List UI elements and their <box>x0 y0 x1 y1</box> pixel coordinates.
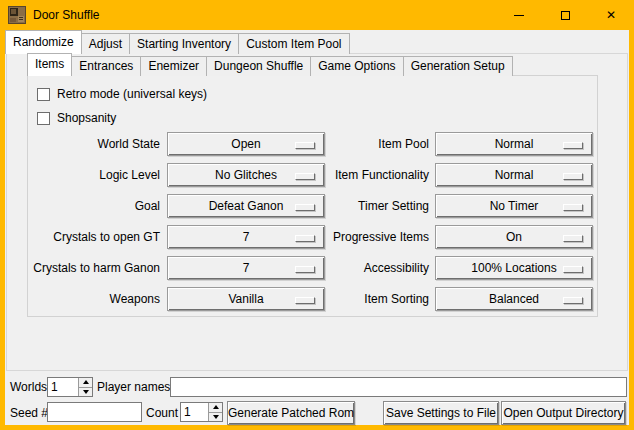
maximize-icon <box>561 11 570 20</box>
sub-tab-bar: Items Entrances Enemizer Dungeon Shuffle… <box>27 54 512 76</box>
timer-setting-value: No Timer <box>490 199 539 213</box>
tab-generation-setup[interactable]: Generation Setup <box>403 56 513 76</box>
tab-custom-item-pool[interactable]: Custom Item Pool <box>238 33 349 54</box>
seed-input[interactable] <box>47 402 142 422</box>
timer-setting-dropdown[interactable]: No Timer <box>435 194 593 218</box>
goal-value: Defeat Ganon <box>209 199 284 213</box>
count-spin-down[interactable] <box>209 413 222 422</box>
goal-label: Goal <box>27 194 160 218</box>
spin-down-icon <box>213 415 219 419</box>
timer-setting-label: Timer Setting <box>299 194 429 218</box>
world-state-label: World State <box>27 132 160 156</box>
item-sorting-dropdown[interactable]: Balanced <box>435 287 593 311</box>
logic-level-value: No Glitches <box>215 168 277 182</box>
dropdown-indicator-icon <box>563 235 583 242</box>
worlds-label: Worlds <box>10 377 47 397</box>
item-pool-dropdown[interactable]: Normal <box>435 132 593 156</box>
tab-dungeon-shuffle[interactable]: Dungeon Shuffle <box>206 56 311 76</box>
crystals-ganon-label: Crystals to harm Ganon <box>27 256 160 280</box>
tab-items[interactable]: Items <box>27 53 72 76</box>
retro-mode-label: Retro mode (universal keys) <box>57 87 207 101</box>
generate-patched-rom-button[interactable]: Generate Patched Rom <box>227 401 355 425</box>
open-output-directory-button[interactable]: Open Output Directory <box>501 401 626 425</box>
count-spin-up[interactable] <box>209 403 222 413</box>
minimize-icon <box>514 15 524 16</box>
tab-randomize[interactable]: Randomize <box>5 30 82 54</box>
accessibility-value: 100% Locations <box>471 261 556 275</box>
weapons-value: Vanilla <box>228 292 263 306</box>
door-shuffle-window: Door Shuffle ✕ Randomize Adjust Starting… <box>0 0 634 430</box>
count-spinbox[interactable] <box>180 402 223 422</box>
accessibility-dropdown[interactable]: 100% Locations <box>435 256 593 280</box>
crystals-gt-value: 7 <box>243 230 250 244</box>
player-names-input[interactable] <box>170 377 627 397</box>
dropdown-indicator-icon <box>563 297 583 304</box>
crystals-gt-label: Crystals to open GT <box>27 225 160 249</box>
progressive-items-value: On <box>506 230 522 244</box>
title-bar[interactable]: Door Shuffle ✕ <box>0 0 634 30</box>
window-title: Door Shuffle <box>33 0 100 30</box>
minimize-button[interactable] <box>496 0 542 30</box>
crystals-ganon-value: 7 <box>243 261 250 275</box>
close-button[interactable]: ✕ <box>588 0 634 30</box>
shopsanity-label: Shopsanity <box>57 111 116 125</box>
worlds-spin-up[interactable] <box>79 378 92 388</box>
retro-mode-checkbox[interactable] <box>37 88 50 101</box>
main-tab-bar: Randomize Adjust Starting Inventory Cust… <box>5 31 349 54</box>
spin-up-icon <box>213 405 219 409</box>
tab-adjust[interactable]: Adjust <box>81 33 130 54</box>
logic-level-label: Logic Level <box>27 163 160 187</box>
worlds-spin-down[interactable] <box>79 388 92 397</box>
dropdown-indicator-icon <box>563 142 583 149</box>
progressive-items-label: Progressive Items <box>299 225 429 249</box>
item-sorting-label: Item Sorting <box>299 287 429 311</box>
world-state-value: Open <box>231 137 260 151</box>
dropdown-indicator-icon <box>563 204 583 211</box>
dropdown-indicator-icon <box>563 266 583 273</box>
count-label: Count <box>146 403 178 423</box>
item-pool-label: Item Pool <box>299 132 429 156</box>
item-sorting-value: Balanced <box>489 292 539 306</box>
progressive-items-dropdown[interactable]: On <box>435 225 593 249</box>
close-icon: ✕ <box>606 9 616 21</box>
tab-game-options[interactable]: Game Options <box>310 56 403 76</box>
count-input[interactable] <box>181 403 208 421</box>
item-functionality-label: Item Functionality <box>299 163 429 187</box>
item-functionality-dropdown[interactable]: Normal <box>435 163 593 187</box>
item-functionality-value: Normal <box>495 168 534 182</box>
retro-mode-checkbox-row[interactable]: Retro mode (universal keys) <box>37 86 207 102</box>
app-icon <box>8 6 26 24</box>
worlds-spinbox[interactable] <box>47 377 93 397</box>
shopsanity-checkbox-row[interactable]: Shopsanity <box>37 110 116 126</box>
seed-label: Seed # <box>10 403 48 423</box>
dropdown-indicator-icon <box>563 173 583 180</box>
save-settings-button[interactable]: Save Settings to File <box>383 401 499 425</box>
maximize-button[interactable] <box>542 0 588 30</box>
item-pool-value: Normal <box>495 137 534 151</box>
spin-down-icon <box>83 390 89 394</box>
spin-up-icon <box>83 380 89 384</box>
weapons-label: Weapons <box>27 287 160 311</box>
player-names-label: Player names <box>97 377 170 397</box>
shopsanity-checkbox[interactable] <box>37 112 50 125</box>
tab-enemizer[interactable]: Enemizer <box>140 56 207 76</box>
accessibility-label: Accessibility <box>299 256 429 280</box>
tab-starting-inventory[interactable]: Starting Inventory <box>129 33 239 54</box>
worlds-input[interactable] <box>48 378 78 396</box>
tab-entrances[interactable]: Entrances <box>71 56 141 76</box>
